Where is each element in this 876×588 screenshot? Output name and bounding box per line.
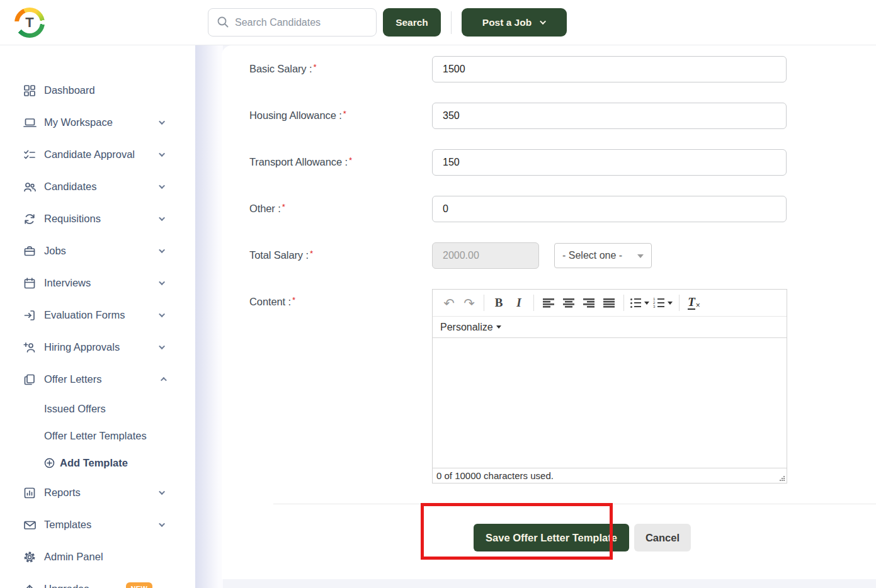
required-asterisk: *: [349, 155, 352, 165]
other-input[interactable]: [432, 196, 787, 222]
sidebar-item-upgrades[interactable]: Upgrades NEW: [0, 573, 195, 588]
sidebar-item-add-template[interactable]: Add Template: [0, 449, 195, 477]
housing-allowance-input[interactable]: [432, 103, 787, 129]
chevron-down-icon: [159, 489, 165, 495]
app-header: T Search Post a Job: [0, 0, 876, 45]
sidebar: Dashboard My Workspace Candidate Approva…: [0, 45, 195, 588]
caret-down-icon: [644, 302, 649, 305]
editor-status-bar: 0 of 10000 characters used.: [433, 468, 787, 483]
align-left-button[interactable]: [540, 293, 557, 312]
sidebar-item-label: Candidates: [44, 181, 96, 193]
resize-grip[interactable]: [779, 475, 785, 482]
total-salary-input: [432, 242, 539, 269]
transport-allowance-label: Transport Allowance :*: [249, 149, 432, 176]
arrow-up-icon: [23, 583, 37, 588]
required-asterisk: *: [313, 62, 316, 72]
total-salary-label: Total Salary :*: [249, 242, 432, 269]
align-right-button[interactable]: [581, 293, 597, 312]
sidebar-item-candidate-approval[interactable]: Candidate Approval: [0, 139, 195, 171]
toolbar-separator: [679, 295, 680, 311]
numbered-list-button[interactable]: 1 2 3: [653, 293, 673, 312]
transport-allowance-input[interactable]: [432, 149, 787, 176]
bold-button[interactable]: B: [491, 293, 507, 312]
undo-button[interactable]: ↶: [441, 293, 457, 312]
toolbar-separator: [484, 295, 484, 311]
offer-letter-template-form: Basic Salary :* Housing Allowance :* Tra…: [222, 45, 876, 579]
sidebar-item-label: Issued Offers: [44, 403, 106, 415]
sidebar-item-offer-letter-templates[interactable]: Offer Letter Templates: [0, 422, 195, 449]
form-row-content: Content :* ↶ ↷ B I: [249, 289, 876, 483]
sidebar-item-my-workspace[interactable]: My Workspace: [0, 106, 195, 139]
sidebar-item-jobs[interactable]: Jobs: [0, 235, 195, 267]
sidebar-item-dashboard[interactable]: Dashboard: [0, 74, 195, 106]
personalize-dropdown[interactable]: Personalize: [440, 322, 501, 333]
sidebar-item-label: Add Template: [60, 457, 128, 469]
sidebar-item-issued-offers[interactable]: Issued Offers: [0, 395, 195, 422]
sidebar-item-label: Templates: [44, 519, 91, 531]
chevron-down-icon: [159, 215, 165, 221]
select-arrow-icon: [637, 254, 644, 258]
workspace-icon: [23, 116, 37, 129]
redo-button[interactable]: ↷: [461, 293, 477, 312]
header-divider: [451, 11, 452, 34]
post-a-job-button[interactable]: Post a Job: [462, 8, 567, 37]
search-input[interactable]: [208, 8, 377, 37]
chevron-down-icon: [159, 118, 165, 125]
person-plus-icon: [23, 341, 37, 354]
chevron-down-icon: [159, 521, 165, 527]
remove-format-button[interactable]: T×: [686, 293, 702, 312]
checklist-icon: [23, 149, 37, 161]
currency-select[interactable]: - Select one -: [554, 243, 652, 268]
basic-salary-input[interactable]: [432, 56, 787, 82]
sidebar-item-hiring-approvals[interactable]: Hiring Approvals: [0, 331, 195, 363]
sidebar-item-templates[interactable]: Templates: [0, 509, 195, 541]
sidebar-item-requisitions[interactable]: Requisitions: [0, 203, 195, 235]
search-button[interactable]: Search: [383, 8, 441, 37]
toolbar-separator: [533, 295, 534, 311]
pages-icon: [23, 373, 37, 386]
form-row-other: Other :*: [249, 196, 876, 222]
chevron-down-icon: [159, 311, 165, 317]
sidebar-item-label: Offer Letters: [44, 373, 101, 385]
chevron-up-icon: [161, 377, 167, 383]
sidebar-item-label: Jobs: [44, 245, 66, 257]
sidebar-item-candidates[interactable]: Candidates: [0, 171, 195, 203]
briefcase-icon: [23, 245, 37, 257]
chevron-down-icon: [159, 150, 165, 157]
cancel-button[interactable]: Cancel: [634, 524, 691, 551]
search-icon: [217, 16, 229, 31]
currency-select-value: - Select one -: [562, 250, 622, 261]
sidebar-item-label: Offer Letter Templates: [44, 430, 147, 442]
sidebar-item-label: Evaluation Forms: [44, 309, 125, 321]
sidebar-item-interviews[interactable]: Interviews: [0, 267, 195, 299]
form-row-total-salary: Total Salary :* - Select one -: [249, 242, 876, 269]
footer-divider: [273, 504, 876, 504]
content-label: Content :*: [249, 289, 432, 483]
sidebar-item-label: Interviews: [44, 277, 91, 289]
app-logo[interactable]: T: [11, 6, 48, 40]
align-center-button[interactable]: [560, 293, 577, 312]
housing-allowance-label: Housing Allowance :*: [249, 103, 432, 129]
gear-icon: [23, 551, 37, 563]
logo-letter: T: [25, 14, 33, 31]
bullet-list-button[interactable]: [630, 293, 649, 312]
chevron-down-icon: [159, 183, 165, 189]
sidebar-item-evaluation-forms[interactable]: Evaluation Forms: [0, 299, 195, 331]
sidebar-item-label: Requisitions: [44, 213, 101, 225]
italic-button[interactable]: I: [511, 293, 527, 312]
required-asterisk: *: [282, 202, 285, 212]
editor-content[interactable]: [433, 338, 787, 468]
sidebar-item-reports[interactable]: Reports: [0, 477, 195, 509]
form-row-housing-allowance: Housing Allowance :*: [249, 103, 876, 129]
logo-ring-icon: T: [14, 8, 45, 38]
save-offer-letter-template-button[interactable]: Save Offer Letter Template: [474, 524, 629, 551]
form-arrow-icon: [23, 309, 37, 322]
justify-button[interactable]: [601, 293, 617, 312]
sidebar-item-offer-letters[interactable]: Offer Letters: [0, 363, 195, 395]
post-a-job-label: Post a Job: [482, 17, 532, 28]
sidebar-item-admin-panel[interactable]: Admin Panel: [0, 541, 195, 573]
sidebar-item-label: Admin Panel: [44, 551, 103, 563]
required-asterisk: *: [343, 109, 346, 118]
chevron-down-icon: [159, 343, 165, 349]
calendar-icon: [23, 277, 37, 290]
